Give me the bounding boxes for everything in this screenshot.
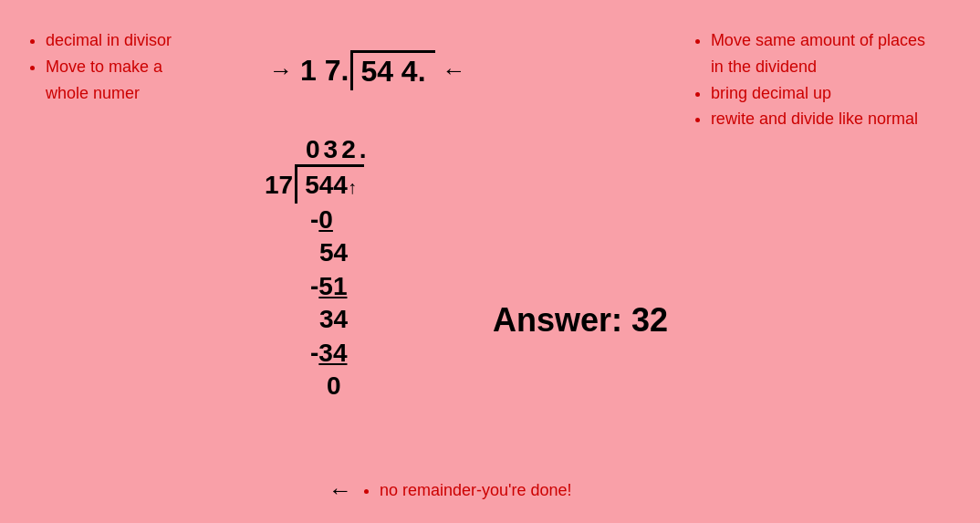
step-minus-0: - 0 — [310, 204, 376, 236]
ld-steps: - 0 54 - 51 34 - 34 0 — [310, 204, 376, 403]
quotient: 032. — [265, 135, 376, 164]
step1-divisor: 1 7. — [300, 54, 349, 88]
ld-dividend: 544↑ — [295, 164, 364, 204]
step-54: 54 — [310, 236, 376, 269]
step-minus-34: - 34 — [310, 337, 376, 370]
right-note-3: rewite and divide like normal — [711, 106, 925, 132]
left-arrow-icon: → — [269, 57, 293, 85]
right-notes: Move same amount of placesin the dividen… — [693, 27, 925, 132]
left-note-1: decimal in divisor — [46, 27, 172, 54]
right-arrow-icon: ← — [443, 57, 466, 85]
step1-bracket: 54 4. — [350, 50, 434, 90]
bottom-note-text: no remainder-you're done! — [380, 481, 572, 500]
bottom-note-container: ← no remainder-you're done! — [328, 476, 572, 505]
right-note-1: Move same amount of placesin the dividen… — [711, 27, 925, 80]
bottom-arrow-icon: ← — [328, 476, 352, 505]
ld-divisor: 17 — [265, 171, 295, 200]
step-34: 34 — [310, 303, 376, 336]
answer-display: Answer: 32 — [493, 301, 668, 340]
step-final-0: 0 — [310, 370, 376, 403]
step1-dividend: 54 4. — [350, 50, 434, 90]
right-note-2: bring decimal up — [711, 80, 925, 107]
left-notes: decimal in divisor Move to make awhole n… — [27, 27, 172, 106]
left-note-2: Move to make awhole numer — [46, 54, 172, 107]
step1-display: → 1 7. 54 4. ← — [269, 50, 466, 90]
step-minus-51: - 51 — [310, 270, 376, 303]
up-arrow-icon: ↑ — [348, 177, 357, 197]
long-division-container: 032. 17 544↑ - 0 54 - 51 34 - 34 0 — [265, 135, 376, 403]
division-main-row: 17 544↑ — [265, 164, 376, 204]
